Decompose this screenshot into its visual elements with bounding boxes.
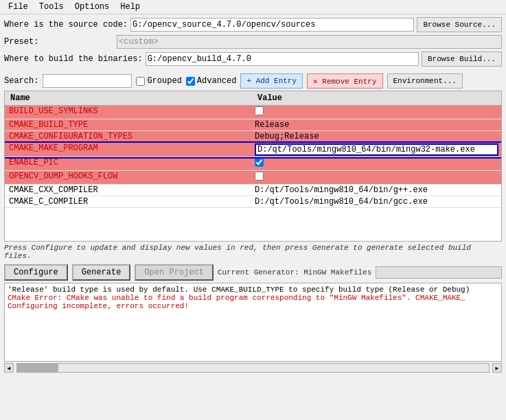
add-entry-button[interactable]: + Add Entry bbox=[240, 73, 303, 89]
menu-help[interactable]: Help bbox=[115, 1, 146, 12]
cell-name: CMAKE_CONFIGURATION_TYPES bbox=[5, 131, 252, 142]
cell-value: D:/qt/Tools/mingw810_64/bin/gcc.exe bbox=[252, 196, 501, 207]
source-input[interactable] bbox=[130, 18, 414, 32]
value-box: D:/qt/Tools/mingw810_64/bin/mingw32-make… bbox=[255, 143, 498, 156]
table-header: Name Value bbox=[5, 91, 501, 106]
menu-options[interactable]: Options bbox=[69, 1, 115, 12]
table-row[interactable]: CMAKE_CXX_COMPILERD:/qt/Tools/mingw810_6… bbox=[5, 185, 501, 196]
menubar: File Tools Options Help bbox=[0, 0, 506, 14]
scroll-right-button[interactable]: ▶ bbox=[492, 363, 502, 373]
output-line: CMake Error: CMake was unable to find a … bbox=[8, 294, 498, 302]
value-checkbox[interactable] bbox=[255, 172, 264, 180]
output-line: 'Release' build type is used by default.… bbox=[8, 285, 498, 294]
grouped-label: Grouped bbox=[147, 76, 181, 86]
status-text: Press Configure to update and display ne… bbox=[4, 244, 502, 260]
table-row[interactable]: BUILD_USE_SYMLINKS bbox=[5, 106, 501, 119]
table-row[interactable]: CMAKE_C_COMPILERD:/qt/Tools/mingw810_64/… bbox=[5, 196, 501, 208]
generate-button[interactable]: Generate bbox=[72, 264, 131, 281]
environment-button[interactable]: Environment... bbox=[387, 73, 463, 89]
advanced-checkbox[interactable] bbox=[186, 77, 195, 86]
scroll-left-button[interactable]: ◀ bbox=[4, 363, 14, 373]
cell-name: ENABLE_PIC bbox=[5, 157, 252, 170]
output-area: 'Release' build type is used by default.… bbox=[4, 283, 502, 362]
cell-name: CMAKE_MAKE_PROGRAM bbox=[5, 143, 252, 156]
menu-tools[interactable]: Tools bbox=[34, 1, 69, 12]
progress-bar bbox=[376, 266, 502, 279]
search-label: Search: bbox=[4, 76, 38, 86]
browse-build-button[interactable]: Browse Build... bbox=[422, 51, 502, 67]
cell-value bbox=[252, 157, 501, 170]
cell-name: CMAKE_CXX_COMPILER bbox=[5, 185, 252, 196]
value-checkbox-checked[interactable] bbox=[255, 158, 264, 167]
grouped-checkbox[interactable] bbox=[136, 77, 145, 86]
menu-file[interactable]: File bbox=[3, 1, 34, 12]
cell-name: OPENCV_DUMP_HOOKS_FLOW bbox=[5, 171, 252, 184]
output-line: Configuring incomplete, errors occurred! bbox=[8, 302, 498, 310]
table-row[interactable]: OPENCV_DUMP_HOOKS_FLOW bbox=[5, 171, 501, 185]
table-row[interactable]: CMAKE_MAKE_PROGRAMD:/qt/Tools/mingw810_6… bbox=[5, 143, 501, 157]
col-value-header: Value bbox=[255, 93, 498, 104]
cell-name: CMAKE_C_COMPILER bbox=[5, 196, 252, 207]
remove-entry-button[interactable]: ✕ Remove Entry bbox=[307, 73, 382, 89]
advanced-label: Advanced bbox=[197, 76, 237, 86]
cell-value: Release bbox=[252, 119, 501, 130]
scrollbar-area: ◀ ▶ bbox=[0, 362, 506, 374]
value-checkbox[interactable] bbox=[255, 106, 264, 115]
cell-value bbox=[252, 106, 501, 119]
cell-value: D:/qt/Tools/mingw810_64/bin/mingw32-make… bbox=[252, 143, 501, 156]
cell-name: CMAKE_BUILD_TYPE bbox=[5, 119, 252, 130]
grouped-checkbox-label[interactable]: Grouped bbox=[136, 76, 181, 86]
browse-source-button[interactable]: Browse Source... bbox=[417, 17, 502, 32]
cell-value: Debug;Release bbox=[252, 131, 501, 142]
table-row[interactable]: ENABLE_PIC bbox=[5, 157, 501, 171]
cell-value: D:/qt/Tools/mingw810_64/bin/g++.exe bbox=[252, 185, 501, 196]
build-label: Where to build the binaries: bbox=[4, 54, 143, 64]
scrollbar-thumb[interactable] bbox=[17, 364, 58, 372]
search-input[interactable] bbox=[43, 74, 132, 88]
table-row[interactable]: CMAKE_CONFIGURATION_TYPESDebug;Release bbox=[5, 131, 501, 143]
table-row[interactable]: CMAKE_BUILD_TYPERelease bbox=[5, 119, 501, 131]
entries-table: Name Value BUILD_USE_SYMLINKSCMAKE_BUILD… bbox=[4, 91, 502, 242]
cell-value bbox=[252, 171, 501, 184]
generator-label: Current Generator: MinGW Makefiles bbox=[218, 268, 371, 277]
build-input[interactable] bbox=[146, 52, 419, 66]
preset-input[interactable] bbox=[117, 35, 502, 49]
preset-label: Preset: bbox=[4, 37, 114, 47]
source-label: Where is the source code: bbox=[4, 20, 128, 30]
open-project-button[interactable]: Open Project bbox=[135, 264, 213, 281]
action-row: Configure Generate Open Project Current … bbox=[0, 262, 506, 283]
table-body: BUILD_USE_SYMLINKSCMAKE_BUILD_TYPEReleas… bbox=[5, 106, 501, 208]
advanced-checkbox-label[interactable]: Advanced bbox=[186, 76, 237, 86]
configure-button[interactable]: Configure bbox=[4, 264, 68, 281]
col-name-header: Name bbox=[8, 93, 255, 104]
cell-name: BUILD_USE_SYMLINKS bbox=[5, 106, 252, 119]
horizontal-scrollbar[interactable] bbox=[16, 363, 490, 373]
